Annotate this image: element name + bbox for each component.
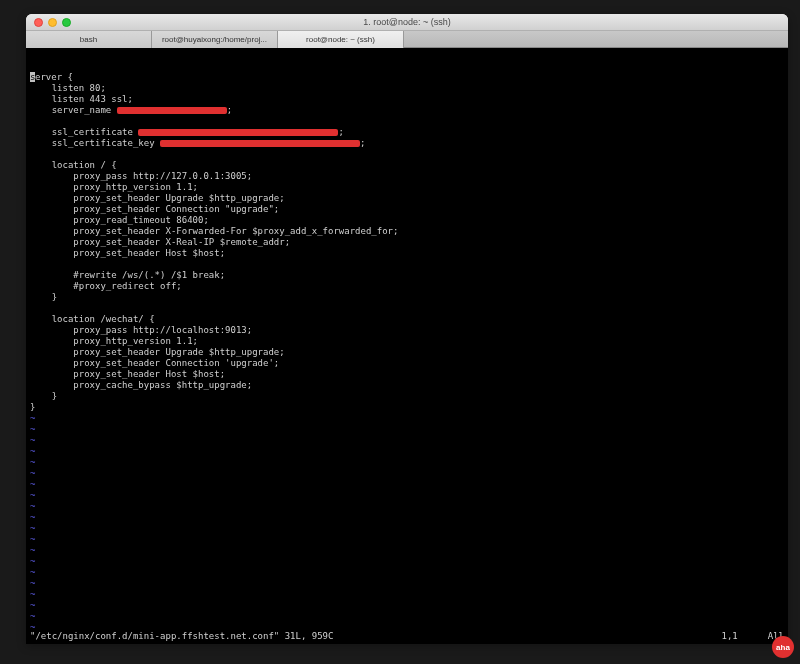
terminal-window: 1. root@node: ~ (ssh) bash root@huyaixon… xyxy=(26,14,788,644)
code-line: proxy_set_header X-Forwarded-For $proxy_… xyxy=(30,226,784,237)
code-line xyxy=(30,303,784,314)
empty-line-tilde: ~ xyxy=(30,512,784,523)
code-line: proxy_set_header Connection "upgrade"; xyxy=(30,204,784,215)
code-line: proxy_http_version 1.1; xyxy=(30,336,784,347)
code-line: proxy_pass http://127.0.0.1:3005; xyxy=(30,171,784,182)
code-line: listen 80; xyxy=(30,83,784,94)
code-line: proxy_set_header Upgrade $http_upgrade; xyxy=(30,193,784,204)
titlebar[interactable]: 1. root@node: ~ (ssh) xyxy=(26,14,788,31)
empty-line-tilde: ~ xyxy=(30,446,784,457)
code-line: proxy_read_timeout 86400; xyxy=(30,215,784,226)
empty-line-tilde: ~ xyxy=(30,589,784,600)
empty-line-tilde: ~ xyxy=(30,534,784,545)
empty-line-tilde: ~ xyxy=(30,501,784,512)
code-line: #rewrite /ws/(.*) /$1 break; xyxy=(30,270,784,281)
code-line: } xyxy=(30,391,784,402)
tab-ssh-1[interactable]: root@huyaixong:/home/proj... xyxy=(152,31,278,48)
code-line: listen 443 ssl; xyxy=(30,94,784,105)
traffic-lights xyxy=(34,18,71,27)
code-line xyxy=(30,259,784,270)
code-line xyxy=(30,116,784,127)
code-line: } xyxy=(30,292,784,303)
close-button[interactable] xyxy=(34,18,43,27)
aha-badge-icon[interactable]: aha xyxy=(772,636,794,658)
badge-text: aha xyxy=(776,643,790,652)
empty-line-tilde: ~ xyxy=(30,468,784,479)
code-line: proxy_set_header Upgrade $http_upgrade; xyxy=(30,347,784,358)
empty-line-tilde: ~ xyxy=(30,600,784,611)
empty-line-tilde: ~ xyxy=(30,457,784,468)
redacted-text xyxy=(117,107,227,114)
tab-bash[interactable]: bash xyxy=(26,31,152,48)
code-line: } xyxy=(30,402,784,413)
minimize-button[interactable] xyxy=(48,18,57,27)
empty-line-tilde: ~ xyxy=(30,578,784,589)
code-line: ssl_certificate ; xyxy=(30,127,784,138)
terminal-content[interactable]: server { listen 80; listen 443 ssl; serv… xyxy=(26,48,788,644)
redacted-text xyxy=(160,140,360,147)
empty-line-tilde: ~ xyxy=(30,413,784,424)
vim-status-line: "/etc/nginx/conf.d/mini-app.ffshtest.net… xyxy=(30,631,784,642)
maximize-button[interactable] xyxy=(62,18,71,27)
code-line: location /wechat/ { xyxy=(30,314,784,325)
empty-line-tilde: ~ xyxy=(30,479,784,490)
code-line: ssl_certificate_key ; xyxy=(30,138,784,149)
status-position: 1,1 xyxy=(721,631,737,642)
code-line: server_name ; xyxy=(30,105,784,116)
code-line: location / { xyxy=(30,160,784,171)
code-line: proxy_set_header X-Real-IP $remote_addr; xyxy=(30,237,784,248)
empty-line-tilde: ~ xyxy=(30,490,784,501)
code-line xyxy=(30,149,784,160)
window-title: 1. root@node: ~ (ssh) xyxy=(363,17,450,27)
tab-ssh-2[interactable]: root@node: ~ (ssh) xyxy=(278,31,404,48)
empty-line-tilde: ~ xyxy=(30,435,784,446)
code-line: proxy_cache_bypass $http_upgrade; xyxy=(30,380,784,391)
code-line: proxy_set_header Host $host; xyxy=(30,248,784,259)
empty-line-tilde: ~ xyxy=(30,424,784,435)
code-line: proxy_http_version 1.1; xyxy=(30,182,784,193)
code-line: #proxy_redirect off; xyxy=(30,281,784,292)
empty-line-tilde: ~ xyxy=(30,567,784,578)
empty-line-tilde: ~ xyxy=(30,611,784,622)
redacted-text xyxy=(138,129,338,136)
code-line: server { xyxy=(30,72,784,83)
tabbar: bash root@huyaixong:/home/proj... root@n… xyxy=(26,31,788,48)
status-file: "/etc/nginx/conf.d/mini-app.ffshtest.net… xyxy=(30,631,333,642)
empty-line-tilde: ~ xyxy=(30,556,784,567)
empty-line-tilde: ~ xyxy=(30,523,784,534)
code-line: proxy_pass http://localhost:9013; xyxy=(30,325,784,336)
empty-line-tilde: ~ xyxy=(30,545,784,556)
code-line: proxy_set_header Host $host; xyxy=(30,369,784,380)
code-line: proxy_set_header Connection 'upgrade'; xyxy=(30,358,784,369)
